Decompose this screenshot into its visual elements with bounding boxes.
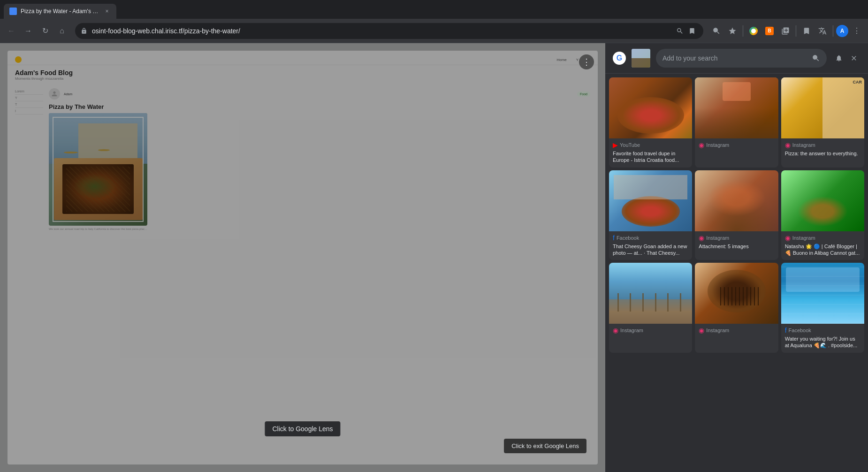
source-name-6: Instagram — [792, 235, 815, 241]
result-image-6 — [781, 170, 864, 231]
lens-panel-header: G Add to your search — [605, 43, 868, 74]
lens-float-overlay: Click to Google Lens — [265, 421, 340, 436]
result-card-3[interactable]: CAR ◉ Instagram Pizza: the answer to eve… — [781, 77, 864, 167]
result-meta-5: ◉ Instagram Attachment: 5 images — [695, 231, 778, 253]
facebook-dot-icon-4: f — [613, 234, 615, 242]
forward-button[interactable]: → — [21, 23, 36, 38]
result-desc-4: That Cheesy Goan added a new photo — at.… — [613, 243, 688, 257]
result-meta-8: ◉ Instagram — [695, 324, 778, 339]
result-image-5 — [695, 170, 778, 231]
result-desc-1: Favorite food travel dupe in Europe - Is… — [613, 150, 688, 164]
toolbar-divider-2 — [796, 25, 796, 37]
toolbar-divider-3 — [833, 25, 833, 37]
result-source-6: ◉ Instagram — [785, 234, 860, 242]
lens-search-placeholder: Add to your search — [662, 54, 808, 62]
translate-btn[interactable] — [815, 23, 830, 38]
result-desc-5: Attachment: 5 images — [699, 243, 774, 250]
result-source-8: ◉ Instagram — [699, 327, 774, 334]
result-desc-3: Pizza: the answer to everything. — [785, 150, 860, 157]
result-meta-1: ▶ YouTube Favorite food travel dupe in E… — [609, 138, 692, 167]
result-card-5[interactable]: ◉ Instagram Attachment: 5 images — [695, 170, 778, 260]
reload-button[interactable]: ↻ — [38, 23, 53, 38]
source-name-3: Instagram — [792, 142, 815, 148]
lens-results: ▶ YouTube Favorite food travel dupe in E… — [605, 74, 868, 472]
extension-icon-3[interactable] — [778, 23, 793, 38]
result-image-9 — [781, 263, 864, 324]
home-button[interactable]: ⌂ — [54, 23, 69, 38]
menu-button[interactable]: ⋮ — [849, 23, 864, 38]
secure-icon — [81, 27, 88, 35]
lens-thumbnail — [632, 49, 650, 68]
result-meta-7: ◉ Instagram — [609, 324, 692, 339]
result-desc-9: Water you waiting for?! Join us at Aqual… — [785, 335, 860, 349]
result-meta-6: ◉ Instagram Natasha 🌟 🔵 | Café Blogger |… — [781, 231, 864, 260]
result-card-1[interactable]: ▶ YouTube Favorite food travel dupe in E… — [609, 77, 692, 167]
source-name-1: YouTube — [620, 142, 640, 148]
lens-header-actions — [832, 52, 860, 65]
address-text: osint-food-blog-web.chal.irisc.tf/pizza-… — [92, 27, 670, 35]
result-image-3: CAR — [781, 77, 864, 138]
zoom-button[interactable] — [709, 23, 724, 38]
search-icon — [812, 54, 820, 62]
instagram-dot-icon-2: ◉ — [699, 141, 704, 149]
google-g-icon: G — [613, 52, 626, 65]
toolbar-right: B A ⋮ — [709, 23, 864, 38]
result-meta-9: f Facebook Water you waiting for?! Join … — [781, 324, 864, 353]
star-button[interactable] — [725, 23, 740, 38]
toolbar: ← → ↻ ⌂ osint-food-blog-web.chal.irisc.t… — [0, 19, 868, 43]
exit-google-lens-button[interactable]: Click to exit Google Lens — [504, 439, 586, 453]
back-button[interactable]: ← — [4, 23, 19, 38]
facebook-dot-icon-9: f — [785, 327, 787, 334]
search-lens-btn[interactable] — [674, 25, 685, 37]
result-source-7: ◉ Instagram — [613, 327, 688, 334]
extension-icon-1[interactable] — [746, 23, 761, 38]
instagram-dot-icon-8: ◉ — [699, 327, 704, 334]
lens-bell-button[interactable] — [832, 52, 845, 65]
result-card-8[interactable]: ◉ Instagram — [695, 263, 778, 353]
bookmark-icon[interactable] — [686, 25, 698, 37]
result-card-2[interactable]: ◉ Instagram — [695, 77, 778, 167]
source-name-4: Facebook — [617, 235, 639, 241]
results-grid: ▶ YouTube Favorite food travel dupe in E… — [609, 77, 864, 353]
result-meta-3: ◉ Instagram Pizza: the answer to everyth… — [781, 138, 864, 160]
result-image-2 — [695, 77, 778, 138]
result-desc-6: Natasha 🌟 🔵 | Café Blogger | 🍕 Buono in … — [785, 243, 860, 257]
tab-title: Pizza by the Water - Adam's Food Blog — [21, 8, 99, 15]
address-bar[interactable]: osint-food-blog-web.chal.irisc.tf/pizza-… — [75, 23, 703, 39]
instagram-dot-icon-3: ◉ — [785, 141, 791, 149]
lens-close-button[interactable] — [847, 52, 860, 65]
instagram-dot-icon-6: ◉ — [785, 234, 791, 242]
more-options-button[interactable]: ⋮ — [579, 54, 594, 69]
browser-frame: Pizza by the Water - Adam's Food Blog × … — [0, 0, 868, 472]
result-image-4 — [609, 170, 692, 231]
result-image-8 — [695, 263, 778, 324]
instagram-dot-icon-7: ◉ — [613, 327, 618, 334]
result-source-9: f Facebook — [785, 327, 860, 334]
result-source-5: ◉ Instagram — [699, 234, 774, 242]
result-source-1: ▶ YouTube — [613, 141, 688, 149]
profile-button[interactable]: A — [836, 25, 848, 37]
tab-favicon — [9, 8, 17, 15]
result-meta-2: ◉ Instagram — [695, 138, 778, 154]
lens-panel: G Add to your search — [605, 43, 868, 472]
source-name-5: Instagram — [706, 235, 729, 241]
bookmark-manager-btn[interactable] — [799, 23, 814, 38]
source-name-2: Instagram — [706, 142, 729, 148]
result-source-3: ◉ Instagram — [785, 141, 860, 149]
active-tab[interactable]: Pizza by the Water - Adam's Food Blog × — [4, 4, 116, 19]
extension-icon-2[interactable]: B — [762, 23, 777, 38]
lens-search-bar[interactable]: Add to your search — [656, 49, 827, 68]
source-name-8: Instagram — [706, 327, 729, 333]
source-name-9: Facebook — [789, 327, 811, 333]
result-source-2: ◉ Instagram — [699, 141, 774, 149]
webpage-dim-overlay — [0, 43, 605, 472]
result-card-7[interactable]: ◉ Instagram — [609, 263, 692, 353]
tab-close-btn[interactable]: × — [103, 8, 111, 15]
result-card-6[interactable]: ◉ Instagram Natasha 🌟 🔵 | Café Blogger |… — [781, 170, 864, 260]
address-icons — [674, 25, 698, 37]
webpage-area: Home Y T Adam's Food Blog Moments throug… — [0, 43, 605, 472]
result-card-9[interactable]: f Facebook Water you waiting for?! Join … — [781, 263, 864, 353]
result-card-4[interactable]: f Facebook That Cheesy Goan added a new … — [609, 170, 692, 260]
result-image-7 — [609, 263, 692, 324]
toolbar-divider — [743, 25, 743, 37]
